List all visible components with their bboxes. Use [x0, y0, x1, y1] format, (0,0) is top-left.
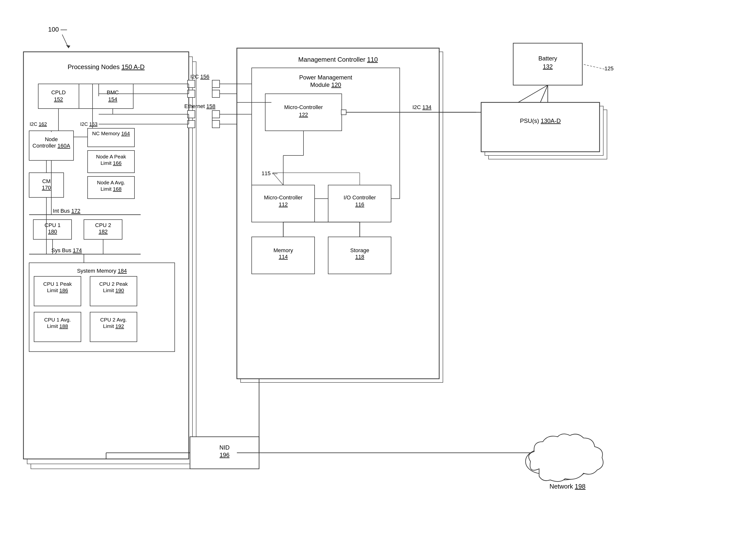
svg-text:Node A Avg.: Node A Avg.: [97, 180, 125, 185]
svg-text:Network 198: Network 198: [549, 483, 586, 490]
svg-text:CPU 1 Peak: CPU 1 Peak: [43, 281, 72, 287]
svg-rect-52: [212, 90, 220, 97]
svg-line-102: [582, 64, 605, 69]
svg-rect-61: [212, 111, 220, 118]
svg-line-152: [518, 85, 548, 102]
proc-nodes-title: Processing Nodes 150 A-D: [68, 63, 145, 71]
svg-text:Micro-Controller: Micro-Controller: [264, 194, 302, 201]
svg-text:I2C 162: I2C 162: [30, 121, 47, 127]
svg-text:Limit 186: Limit 186: [47, 287, 68, 293]
svg-text:112: 112: [279, 201, 288, 208]
svg-text:Sys Bus 174: Sys Bus 174: [51, 247, 82, 253]
svg-text:CPU 2 Peak: CPU 2 Peak: [99, 281, 128, 287]
svg-text:196: 196: [220, 452, 229, 458]
svg-text:Limit 188: Limit 188: [47, 323, 68, 329]
svg-text:NID: NID: [219, 444, 229, 451]
svg-text:Storage: Storage: [350, 247, 369, 253]
svg-rect-62: [212, 120, 220, 128]
svg-marker-129: [66, 45, 70, 48]
svg-text:Limit 168: Limit 168: [100, 186, 121, 192]
svg-text:I2C 134: I2C 134: [412, 104, 431, 110]
svg-text:Battery: Battery: [538, 55, 557, 62]
svg-text:154: 154: [108, 96, 117, 102]
svg-text:I/O Controller: I/O Controller: [344, 194, 376, 201]
svg-text:118: 118: [355, 254, 364, 260]
svg-text:180: 180: [48, 228, 57, 235]
svg-text:I2C 156: I2C 156: [190, 74, 209, 80]
svg-text:Micro-Controller: Micro-Controller: [284, 104, 323, 110]
svg-text:I2C 163: I2C 163: [80, 121, 97, 127]
svg-text:Memory: Memory: [273, 247, 293, 253]
svg-text:Limit 166: Limit 166: [100, 160, 121, 166]
svg-text:Node: Node: [45, 136, 58, 142]
svg-text:182: 182: [99, 228, 108, 235]
svg-text:170: 170: [42, 185, 51, 191]
svg-text:152: 152: [54, 96, 63, 102]
svg-text:CM: CM: [42, 178, 51, 184]
svg-text:125: 125: [605, 65, 614, 72]
svg-text:Int Bus 172: Int Bus 172: [53, 208, 80, 214]
svg-text:System Memory 184: System Memory 184: [77, 268, 127, 274]
svg-rect-77: [341, 110, 346, 115]
svg-text:CPU 1: CPU 1: [45, 222, 61, 228]
svg-rect-2: [23, 52, 189, 459]
svg-text:Management Controller 110: Management Controller 110: [298, 56, 378, 63]
svg-line-108: [540, 85, 548, 102]
svg-text:PSU(s) 130A-D: PSU(s) 130A-D: [520, 117, 561, 124]
svg-rect-106: [481, 102, 600, 152]
svg-text:114: 114: [279, 254, 288, 260]
svg-text:Node A Peak: Node A Peak: [96, 154, 126, 159]
svg-text:BMC: BMC: [107, 89, 119, 95]
svg-text:Limit 192: Limit 192: [103, 323, 124, 329]
svg-text:CPU 2 Avg.: CPU 2 Avg.: [100, 317, 127, 322]
svg-text:NC Memory  164: NC Memory 164: [92, 131, 130, 136]
svg-text:CPU 1 Avg.: CPU 1 Avg.: [44, 317, 71, 322]
diagram-svg: Processing Nodes 150 A-D CPLD 152 BMC 15…: [0, 0, 756, 550]
svg-text:122: 122: [299, 112, 308, 118]
svg-text:Ethernet 158: Ethernet 158: [184, 103, 215, 109]
svg-text:116: 116: [355, 201, 364, 208]
svg-text:Limit 190: Limit 190: [103, 287, 124, 293]
svg-text:Module 120: Module 120: [310, 81, 341, 88]
svg-text:CPU 2: CPU 2: [95, 222, 111, 228]
svg-text:CPLD: CPLD: [51, 89, 66, 95]
svg-text:Controller 160A: Controller 160A: [33, 143, 70, 149]
svg-text:Power Management: Power Management: [299, 74, 352, 81]
svg-rect-51: [212, 80, 220, 88]
diagram-container: Processing Nodes 150 A-D CPLD 152 BMC 15…: [0, 0, 756, 550]
svg-text:100 —: 100 —: [48, 26, 67, 33]
svg-text:132: 132: [543, 63, 553, 70]
